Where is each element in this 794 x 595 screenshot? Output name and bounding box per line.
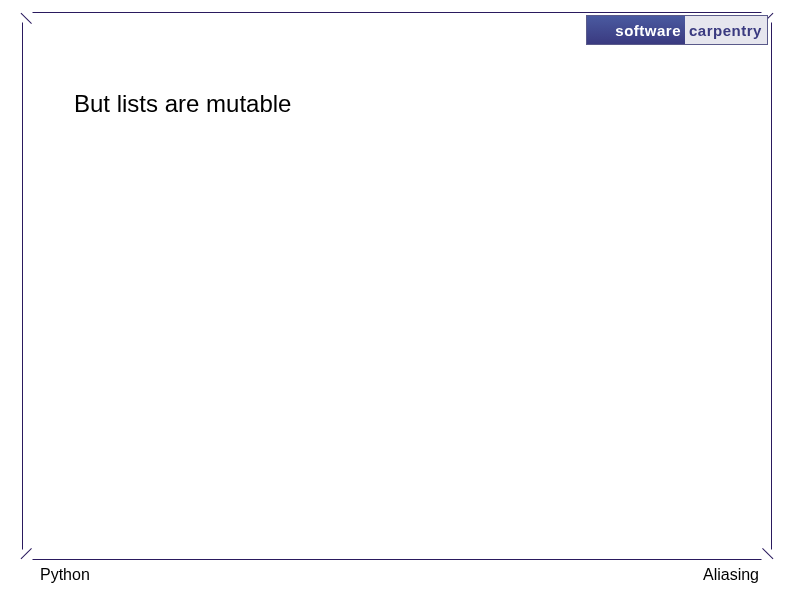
footer-left-label: Python <box>40 566 90 584</box>
logo-word-carpentry: carpentry <box>689 22 762 39</box>
logo-right: carpentry <box>685 16 767 44</box>
slide-body-text: But lists are mutable <box>74 90 291 118</box>
software-carpentry-logo: software carpentry <box>586 15 768 45</box>
logo-left: software <box>587 16 685 44</box>
footer-right-label: Aliasing <box>703 566 759 584</box>
logo-word-software: software <box>615 22 681 39</box>
